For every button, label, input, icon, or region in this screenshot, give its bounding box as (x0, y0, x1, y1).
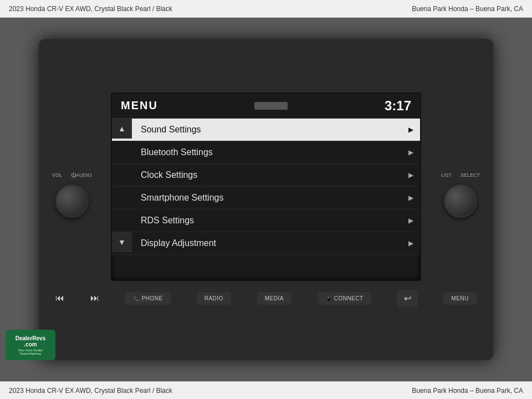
menu-item-rds[interactable]: ▲ RDS Settings ▶ (112, 209, 420, 232)
phone-icon: 📞 (133, 295, 140, 301)
menu-item-clock[interactable]: ▲ Clock Settings ▶ (112, 164, 420, 187)
bottom-bar-right: Buena Park Honda – Buena Park, CA (412, 387, 523, 395)
back-button[interactable]: ↩ (397, 290, 418, 307)
menu-arrow-clock: ▶ (408, 171, 420, 179)
menu-item-smartphone[interactable]: ▲ Smartphone Settings ▶ (112, 187, 420, 209)
top-bar-left: 2023 Honda CR-V EX AWD, Crystal Black Pe… (9, 5, 172, 13)
select-knob[interactable] (444, 185, 477, 218)
watermark-line1: DealerRevs (16, 335, 45, 341)
radio-button[interactable]: RADIO (197, 292, 231, 305)
menu-nav-down[interactable]: ▼ (112, 232, 132, 252)
menu-arrow-bluetooth: ▶ (408, 149, 420, 156)
phone-button[interactable]: 📞 PHONE (125, 292, 171, 305)
menu-item-display[interactable]: ▼ Display Adjustment ▶ (112, 232, 420, 255)
watermark-line3: Your Auto Dealer SuperHighway (8, 349, 53, 355)
menu-item-label-clock: Clock Settings (132, 164, 408, 186)
connect-label: CONNECT (334, 295, 364, 301)
menu-nav-up[interactable]: ▲ (112, 119, 132, 139)
infotainment-screen: MENU 3:17 ▲ Sound Settings ▶ ▲ Bluetooth… (111, 93, 421, 281)
menu-item-label-smartphone: Smartphone Settings (132, 187, 408, 209)
menu-item-bluetooth[interactable]: ▲ Bluetooth Settings ▶ (112, 141, 420, 164)
list-label: LIST (441, 172, 452, 178)
screen-time: 3:17 (385, 98, 411, 114)
right-side-controls: LIST SELECT (441, 172, 480, 218)
screen-indicator (254, 102, 288, 110)
menu-arrow-rds: ▶ (408, 217, 420, 224)
menu-item-sound-settings[interactable]: ▲ Sound Settings ▶ (112, 119, 420, 141)
media-button[interactable]: MEDIA (257, 292, 291, 305)
prev-button[interactable]: ⏮ (55, 293, 64, 303)
select-label: SELECT (461, 172, 480, 178)
vol-label: VOL (52, 172, 62, 178)
bottom-bar: 2023 Honda CR-V EX AWD, Crystal Black Pe… (0, 381, 532, 399)
menu-title: MENU (121, 99, 158, 112)
connect-icon: 📱 (325, 295, 332, 301)
menu-item-label-sound: Sound Settings (132, 119, 408, 141)
audio-label: ⏻AUDIO (71, 172, 92, 178)
menu-arrow-smartphone: ▶ (408, 194, 420, 202)
left-side-controls: VOL ⏻AUDIO (52, 172, 92, 218)
menu-item-label-bluetooth: Bluetooth Settings (132, 141, 408, 163)
menu-list: ▲ Sound Settings ▶ ▲ Bluetooth Settings … (112, 119, 420, 255)
menu-arrow-sound: ▶ (408, 126, 420, 134)
phone-label: PHONE (142, 295, 163, 301)
top-bar: 2023 Honda CR-V EX AWD, Crystal Black Pe… (0, 0, 532, 18)
connect-button[interactable]: 📱 CONNECT (318, 292, 371, 305)
main-content: VOL ⏻AUDIO MENU 3:17 ▲ Sound Settings ▶ (0, 18, 532, 381)
menu-arrow-display: ▶ (408, 239, 420, 247)
next-button[interactable]: ⏭ (90, 293, 99, 303)
top-bar-right: Buena Park Honda – Buena Park, CA (412, 5, 523, 13)
screen-header: MENU 3:17 (112, 94, 420, 119)
menu-button[interactable]: MENU (443, 292, 476, 305)
bottom-bar-left: 2023 Honda CR-V EX AWD, Crystal Black Pe… (9, 387, 172, 395)
head-unit: VOL ⏻AUDIO MENU 3:17 ▲ Sound Settings ▶ (39, 39, 493, 360)
menu-item-label-display: Display Adjustment (132, 232, 408, 254)
watermark-line2: .com (24, 341, 37, 347)
menu-item-label-rds: RDS Settings (132, 209, 408, 232)
vol-knob[interactable] (55, 185, 89, 218)
watermark: DealerRevs .com Your Auto Dealer SuperHi… (6, 330, 55, 360)
bottom-controls: ⏮ ⏭ 📞 PHONE RADIO MEDIA 📱 CONNECT ↩ MENU (50, 290, 482, 307)
